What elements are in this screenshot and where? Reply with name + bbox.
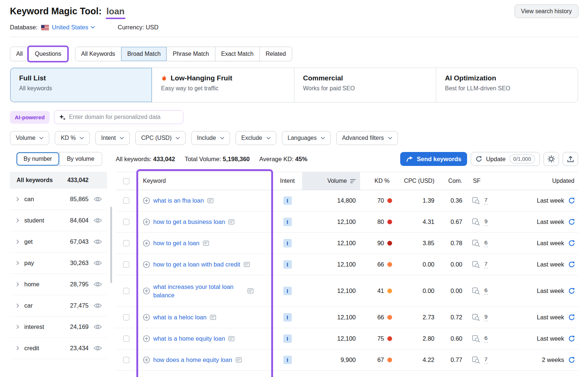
filter-volume[interactable]: Volume [10, 131, 49, 145]
serp-features-icon[interactable] [472, 261, 480, 268]
filter-intent[interactable]: Intent [95, 131, 130, 145]
sf-count[interactable]: 7 [484, 261, 488, 268]
sf-count[interactable]: 7 [484, 356, 488, 364]
chevron-right-icon[interactable] [17, 218, 19, 222]
keyword-link[interactable]: how to get a loan [153, 239, 200, 247]
row-checkbox[interactable] [123, 240, 129, 246]
chevron-right-icon[interactable] [17, 240, 19, 244]
keyword-link[interactable]: what is a heloc loan [153, 313, 207, 321]
row-checkbox[interactable] [123, 357, 129, 363]
chevron-right-icon[interactable] [17, 304, 19, 308]
eye-icon[interactable] [94, 239, 102, 244]
filter-exclude[interactable]: Exclude [236, 131, 276, 145]
filter-languages[interactable]: Languages [282, 131, 331, 145]
domain-input[interactable] [69, 114, 179, 120]
row-checkbox[interactable] [123, 288, 129, 294]
serp-features-icon[interactable] [472, 356, 480, 363]
tab-related[interactable]: Related [259, 47, 292, 61]
keyword-link[interactable]: what is an fha loan [153, 196, 204, 204]
row-checkbox[interactable] [123, 336, 129, 342]
send-keywords-button[interactable]: Send keywords [400, 152, 467, 166]
refresh-icon[interactable] [568, 356, 575, 363]
serp-features-icon[interactable] [472, 314, 480, 321]
sidebar-group-home[interactable]: home 28,795 [10, 274, 107, 295]
sf-count[interactable]: 7 [484, 197, 488, 204]
tab-phrase-match[interactable]: Phrase Match [166, 47, 215, 61]
refresh-icon[interactable] [568, 197, 575, 204]
eye-icon[interactable] [94, 324, 102, 330]
tab-all-keywords[interactable]: All Keywords [75, 47, 121, 61]
filter-cpc[interactable]: CPC (USD) [135, 131, 186, 145]
sidebar-group-student[interactable]: student 84,604 [10, 210, 107, 231]
view-search-history-button[interactable]: View search history [514, 4, 578, 18]
sf-count[interactable]: 6 [484, 239, 488, 247]
tab-broad-match[interactable]: Broad Match [121, 47, 166, 61]
serp-preview-icon[interactable] [228, 219, 234, 225]
sidebar-scrollbar[interactable] [110, 207, 112, 283]
toggle-by-volume[interactable]: By volume [59, 152, 102, 166]
all-keywords-total-row[interactable]: All keywords 433,042 [10, 172, 107, 189]
sidebar-group-get[interactable]: get 67,043 [10, 231, 107, 253]
column-header-volume[interactable]: Volume [302, 172, 360, 190]
sidebar-group-interest[interactable]: interest 24,169 [10, 316, 107, 338]
keyword-link[interactable]: how to get a business loan [153, 218, 225, 226]
sf-count[interactable]: 9 [484, 218, 488, 226]
eye-icon[interactable] [94, 260, 102, 266]
eye-icon[interactable] [94, 218, 102, 223]
serp-preview-icon[interactable] [228, 336, 234, 341]
keyword-link[interactable]: what increases your total loan balance [153, 283, 244, 299]
serp-preview-icon[interactable] [236, 357, 242, 363]
refresh-icon[interactable] [568, 218, 575, 225]
tab-questions[interactable]: Questions [29, 47, 67, 61]
tab-all[interactable]: All [10, 47, 29, 61]
row-checkbox[interactable] [123, 314, 129, 320]
filter-kd[interactable]: KD % [55, 131, 90, 145]
serp-features-icon[interactable] [472, 218, 480, 225]
add-keyword-icon[interactable] [143, 314, 150, 321]
refresh-icon[interactable] [568, 261, 575, 268]
chevron-right-icon[interactable] [17, 261, 19, 265]
table-settings-button[interactable] [544, 152, 559, 166]
keyword-link[interactable]: what is a home equity loan [153, 334, 225, 342]
add-keyword-icon[interactable] [143, 240, 150, 247]
serp-features-icon[interactable] [472, 240, 480, 247]
sf-count[interactable]: 6 [484, 335, 488, 342]
refresh-icon[interactable] [568, 335, 575, 342]
card-full-list[interactable]: Full List All keywords [10, 68, 152, 102]
add-keyword-icon[interactable] [143, 197, 150, 204]
chevron-right-icon[interactable] [17, 346, 19, 350]
chevron-right-icon[interactable] [17, 197, 19, 201]
filter-include[interactable]: Include [191, 131, 230, 145]
serp-preview-icon[interactable] [247, 288, 254, 294]
add-keyword-icon[interactable] [143, 356, 150, 363]
serp-preview-icon[interactable] [203, 240, 209, 246]
card-low-hanging-fruit[interactable]: Low-Hanging Fruit Easy way to get traffi… [152, 68, 294, 102]
eye-icon[interactable] [94, 345, 102, 351]
keyword-link[interactable]: how does a home equity loan [153, 356, 232, 364]
database-selector[interactable]: United States [52, 24, 95, 31]
card-commercial[interactable]: Commercial Works for paid SEO [294, 68, 436, 102]
row-checkbox[interactable] [123, 219, 129, 225]
toggle-by-number[interactable]: By number [17, 152, 59, 166]
row-checkbox[interactable] [123, 261, 129, 268]
search-query[interactable]: loan [106, 6, 125, 19]
sidebar-group-car[interactable]: car 27,475 [10, 295, 107, 316]
serp-features-icon[interactable] [472, 287, 480, 294]
update-button[interactable]: Update 0/1,000 [471, 152, 540, 166]
chevron-right-icon[interactable] [17, 282, 19, 286]
serp-features-icon[interactable] [472, 197, 480, 204]
eye-icon[interactable] [94, 303, 102, 308]
export-button[interactable] [563, 152, 578, 166]
eye-icon[interactable] [94, 282, 102, 287]
sidebar-group-pay[interactable]: pay 30,263 [10, 253, 107, 274]
sidebar-group-credit[interactable]: credit 23,434 [10, 338, 107, 359]
keyword-link[interactable]: how to get a loan with bad credit [153, 260, 240, 268]
add-keyword-icon[interactable] [143, 218, 150, 225]
add-keyword-icon[interactable] [143, 261, 150, 268]
eye-icon[interactable] [94, 196, 102, 202]
serp-preview-icon[interactable] [244, 262, 250, 267]
select-all-checkbox[interactable] [123, 178, 129, 184]
serp-features-icon[interactable] [472, 335, 480, 342]
refresh-icon[interactable] [568, 287, 575, 294]
chevron-right-icon[interactable] [17, 325, 19, 329]
